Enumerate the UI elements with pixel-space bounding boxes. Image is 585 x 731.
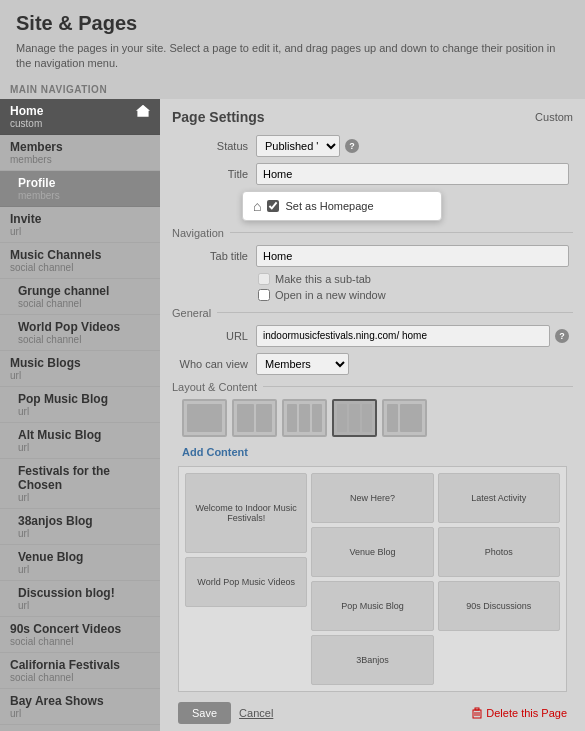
sidebar-item-alt-music-blog[interactable]: Alt Music Blog url — [0, 423, 160, 459]
sidebar-90s-concert-sub: social channel — [10, 636, 150, 647]
sidebar-grunge-sub: social channel — [18, 298, 150, 309]
content-col-3: Latest Activity Photos 90s Discussions — [438, 473, 560, 685]
layout-col-s2 — [349, 404, 359, 432]
new-window-checkbox[interactable] — [258, 289, 270, 301]
status-help-icon[interactable]: ? — [345, 139, 359, 153]
layout-thumb-2col-narrow-wide[interactable] — [382, 399, 427, 437]
house-icon: ⌂ — [253, 198, 261, 214]
content-block-pop-music-blog[interactable]: Pop Music Blog — [311, 581, 433, 631]
sidebar-item-profile[interactable]: Profile members — [0, 171, 160, 207]
layout-col-3c — [312, 404, 322, 432]
sidebar-38banjos-label: 38anjos Blog — [18, 514, 93, 528]
title-row: Title — [172, 163, 573, 185]
layout-thumb-1col[interactable] — [182, 399, 227, 437]
tab-title-row: Tab title — [172, 245, 573, 267]
sidebar-item-california[interactable]: California Festivals social channel — [0, 653, 160, 689]
sidebar-item-90s-concert[interactable]: 90s Concert Videos social channel — [0, 617, 160, 653]
content-block-welcome[interactable]: Welcome to Indoor Music Festivals! — [185, 473, 307, 553]
main-layout: Home custom Members members Profile memb… — [0, 99, 585, 731]
custom-link[interactable]: Custom — [535, 111, 573, 123]
homepage-popup: ⌂ Set as Homepage — [242, 191, 442, 221]
content-block-world-pop[interactable]: World Pop Music Videos — [185, 557, 307, 607]
layout-col-1 — [187, 404, 222, 432]
sidebar-item-bay-area[interactable]: Bay Area Shows url — [0, 689, 160, 725]
homepage-checkbox[interactable] — [267, 200, 279, 212]
sidebar-grunge-label: Grunge channel — [18, 284, 109, 298]
sidebar-home-sub: custom — [10, 118, 150, 129]
who-can-view-select[interactable]: Members Everyone Admins Only — [256, 353, 349, 375]
page-description: Manage the pages in your site. Select a … — [16, 41, 569, 72]
sidebar-alt-music-blog-sub: url — [18, 442, 150, 453]
title-input[interactable] — [256, 163, 569, 185]
url-input[interactable] — [256, 325, 550, 347]
main-content-panel: Page Settings Custom Status Published ' … — [160, 99, 585, 731]
tab-title-label: Tab title — [176, 250, 256, 262]
sidebar-item-invite[interactable]: Invite url — [0, 207, 160, 243]
sidebar-item-members[interactable]: Members members — [0, 135, 160, 171]
delete-button[interactable]: Delete this Page — [472, 707, 567, 719]
add-content-button[interactable]: Add Content — [182, 446, 248, 458]
sidebar-venue-blog-label: Venue Blog — [18, 550, 83, 564]
save-cancel-group: Save Cancel — [178, 702, 273, 724]
layout-section-label: Layout & Content — [172, 381, 263, 393]
nav-divider: Navigation — [172, 227, 573, 239]
sidebar-california-label: California Festivals — [10, 658, 120, 672]
sidebar-music-channels-label: Music Channels — [10, 248, 101, 262]
save-button[interactable]: Save — [178, 702, 231, 724]
sidebar-members-label: Members — [10, 140, 63, 154]
nav-section-label: Navigation — [172, 227, 230, 239]
tab-title-input[interactable] — [256, 245, 569, 267]
sidebar-item-world-pop[interactable]: World Pop Videos social channel — [0, 315, 160, 351]
sidebar-item-discussion-blog[interactable]: Discussion blog! url — [0, 581, 160, 617]
action-row: Save Cancel Delete this Page — [172, 702, 573, 724]
sidebar-item-pop-music-blog[interactable]: Pop Music Blog url — [0, 387, 160, 423]
layout-divider-line — [263, 386, 573, 387]
layout-thumb-3col[interactable] — [282, 399, 327, 437]
cancel-button[interactable]: Cancel — [239, 707, 273, 719]
sidebar-bay-area-label: Bay Area Shows — [10, 694, 104, 708]
settings-title: Page Settings — [172, 109, 265, 125]
layout-thumb-2col-wide-right[interactable] — [332, 399, 377, 437]
sidebar-world-pop-sub: social channel — [18, 334, 150, 345]
main-nav-label: MAIN NAVIGATION — [0, 78, 585, 99]
content-block-new-here[interactable]: New Here? — [311, 473, 433, 523]
homepage-popup-label: Set as Homepage — [285, 200, 373, 212]
sidebar-item-music-blogs[interactable]: Music Blogs url — [0, 351, 160, 387]
sidebar-item-grunge[interactable]: Grunge channel social channel — [0, 279, 160, 315]
sidebar-alt-music-blog-label: Alt Music Blog — [18, 428, 101, 442]
sidebar-item-festival-photos[interactable]: Festival Photos photos — [0, 725, 160, 731]
url-row: URL ? — [172, 325, 573, 347]
content-block-venue-blog[interactable]: Venue Blog — [311, 527, 433, 577]
url-field-wrapper: ? — [256, 325, 569, 347]
layout-col-2b — [256, 404, 273, 432]
sidebar-music-blogs-label: Music Blogs — [10, 356, 81, 370]
content-block-38banjos[interactable]: 3Banjos — [311, 635, 433, 685]
url-label: URL — [176, 330, 256, 342]
who-can-view-row: Who can view Members Everyone Admins Onl… — [172, 353, 573, 375]
sidebar-item-38banjos[interactable]: 38anjos Blog url — [0, 509, 160, 545]
layout-col-2a — [237, 404, 254, 432]
sidebar-world-pop-label: World Pop Videos — [18, 320, 120, 334]
sidebar-item-festivals-chosen[interactable]: Festivals for the Chosen url — [0, 459, 160, 509]
sidebar-members-sub: members — [10, 154, 150, 165]
sidebar: Home custom Members members Profile memb… — [0, 99, 160, 731]
content-block-90s-discussions[interactable]: 90s Discussions — [438, 581, 560, 631]
content-col-2: New Here? Venue Blog Pop Music Blog 3Ban… — [311, 473, 433, 685]
content-block-latest-activity[interactable]: Latest Activity — [438, 473, 560, 523]
status-row: Status Published ' Draft ? — [172, 135, 573, 157]
layout-col-4a — [387, 404, 398, 432]
sidebar-item-music-channels[interactable]: Music Channels social channel — [0, 243, 160, 279]
sidebar-venue-blog-sub: url — [18, 564, 150, 575]
content-preview-grid: Welcome to Indoor Music Festivals! World… — [178, 466, 567, 692]
content-block-photos[interactable]: Photos — [438, 527, 560, 577]
sidebar-item-venue-blog[interactable]: Venue Blog url — [0, 545, 160, 581]
trash-icon — [472, 707, 482, 719]
sidebar-90s-concert-label: 90s Concert Videos — [10, 622, 121, 636]
layout-thumb-2col-equal[interactable] — [232, 399, 277, 437]
sidebar-item-home[interactable]: Home custom — [0, 99, 160, 135]
url-help-icon[interactable]: ? — [555, 329, 569, 343]
sub-tab-checkbox[interactable] — [258, 273, 270, 285]
sidebar-invite-sub: url — [10, 226, 150, 237]
sidebar-profile-label: Profile — [18, 176, 55, 190]
status-select[interactable]: Published ' Draft — [256, 135, 340, 157]
